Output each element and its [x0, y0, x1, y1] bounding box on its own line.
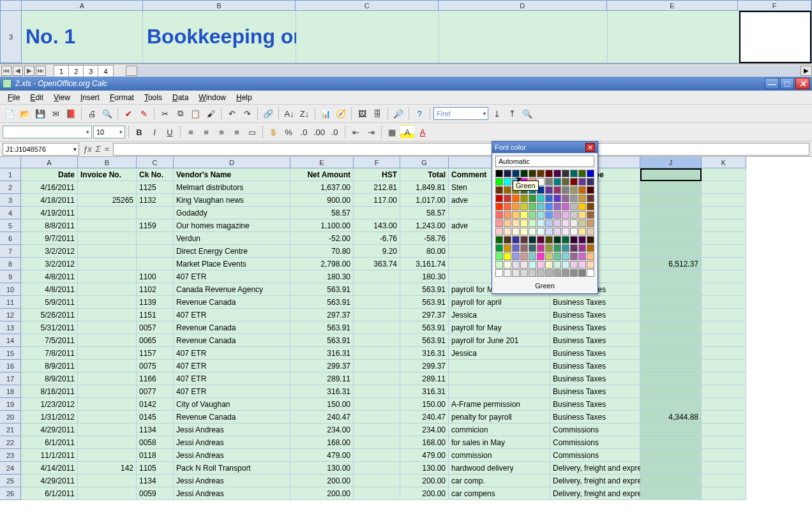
cell[interactable]: 130.00 [400, 462, 449, 475]
cell[interactable]: 407 ETR [174, 270, 290, 283]
cell[interactable]: Invoice No. [78, 168, 137, 181]
color-swatch[interactable] [562, 178, 569, 186]
color-swatch[interactable] [553, 170, 561, 177]
cell[interactable] [702, 309, 746, 321]
col-header[interactable]: D [174, 157, 290, 168]
col-header[interactable]: C [296, 1, 439, 11]
cell[interactable]: 316.31 [400, 347, 449, 360]
cell[interactable]: 240.47 [400, 411, 449, 424]
color-swatch[interactable] [578, 261, 586, 269]
cell[interactable] [354, 321, 400, 334]
cell[interactable]: 58.57 [400, 207, 449, 219]
row-header[interactable]: 17 [0, 372, 21, 385]
color-swatch[interactable] [570, 195, 578, 202]
cell[interactable] [640, 385, 702, 398]
color-swatch[interactable] [504, 170, 511, 177]
cell[interactable] [354, 334, 400, 347]
cell[interactable] [702, 360, 746, 372]
row-header[interactable]: 9 [0, 270, 21, 283]
cell[interactable]: 142 [78, 462, 137, 475]
cell[interactable] [354, 449, 400, 462]
cell[interactable]: 200.00 [400, 475, 449, 487]
color-swatch[interactable] [562, 186, 569, 194]
find-prev-icon[interactable]: ⤒ [505, 107, 519, 121]
cell[interactable]: Revenue Canada [174, 296, 290, 309]
color-swatch[interactable] [553, 178, 561, 186]
cell[interactable] [702, 462, 746, 475]
cell[interactable]: -6.76 [354, 232, 400, 245]
menu-file[interactable]: File [3, 92, 25, 103]
cell[interactable] [702, 181, 746, 194]
cell[interactable]: 3/2/2012 [21, 245, 78, 258]
color-swatch[interactable] [587, 203, 594, 210]
cell[interactable] [640, 462, 702, 475]
spellcheck-icon[interactable]: ✔ [121, 107, 135, 121]
decrease-indent-icon[interactable]: ⇤ [349, 125, 363, 139]
automatic-button[interactable]: Automatic [495, 156, 594, 167]
color-swatch[interactable] [545, 211, 553, 219]
row-header[interactable]: 7 [0, 245, 21, 258]
close-button[interactable]: ✕ [795, 78, 809, 89]
color-swatch[interactable] [495, 261, 503, 269]
col-header[interactable]: A [22, 1, 143, 11]
cell[interactable]: 143.00 [354, 219, 400, 232]
cell[interactable] [640, 487, 702, 500]
cell[interactable] [702, 475, 746, 487]
paste-icon[interactable]: 📋 [188, 107, 202, 121]
cell[interactable]: Revenue Canada [174, 334, 290, 347]
color-swatch[interactable] [562, 170, 569, 177]
cell[interactable]: Commissions [550, 436, 640, 449]
col-header[interactable]: D [439, 1, 607, 11]
number-icon[interactable]: .0 [297, 125, 311, 139]
color-swatch[interactable] [520, 253, 528, 260]
row-header[interactable]: 25 [0, 475, 21, 487]
color-swatch[interactable] [553, 203, 561, 210]
color-swatch[interactable] [578, 269, 586, 277]
color-swatch[interactable] [578, 236, 586, 244]
cell[interactable] [640, 372, 702, 385]
row-header[interactable]: 20 [0, 411, 21, 424]
color-swatch[interactable] [495, 236, 503, 244]
row-header[interactable]: 2 [0, 181, 21, 194]
color-swatch[interactable] [545, 244, 553, 252]
cell[interactable]: 1105 [137, 462, 174, 475]
cell[interactable] [640, 449, 702, 462]
cell[interactable]: 479.00 [290, 449, 354, 462]
color-swatch[interactable] [529, 211, 536, 219]
color-swatch[interactable] [495, 228, 503, 235]
cell[interactable] [702, 283, 746, 296]
color-swatch[interactable] [537, 261, 545, 269]
color-swatch[interactable] [578, 253, 586, 260]
cell[interactable]: 11/1/2011 [21, 449, 78, 462]
cell[interactable] [702, 245, 746, 258]
cell[interactable]: 7/8/2011 [21, 347, 78, 360]
color-swatch[interactable] [520, 211, 528, 219]
color-swatch[interactable] [553, 244, 561, 252]
color-swatch[interactable] [578, 178, 586, 186]
row-header[interactable]: 8 [0, 258, 21, 270]
cell[interactable]: 1/23/2012 [21, 398, 78, 411]
cell[interactable] [78, 232, 137, 245]
find-next-icon[interactable]: ⤓ [490, 107, 504, 121]
cell[interactable]: 563.91 [290, 321, 354, 334]
cell[interactable]: 8/9/2011 [21, 372, 78, 385]
cell[interactable] [702, 258, 746, 270]
row-header[interactable]: 16 [0, 360, 21, 372]
cell[interactable] [137, 207, 174, 219]
cell[interactable] [78, 487, 137, 500]
cell[interactable]: 1132 [137, 194, 174, 207]
color-swatch[interactable] [520, 261, 528, 269]
chart-icon[interactable]: 📊 [319, 107, 333, 121]
italic-button[interactable]: I [147, 125, 162, 139]
color-swatch[interactable] [562, 211, 569, 219]
color-swatch[interactable] [504, 261, 511, 269]
color-swatch[interactable] [495, 195, 503, 202]
cell[interactable]: 1,017.00 [400, 194, 449, 207]
select-all-corner[interactable] [1, 1, 22, 11]
copy-icon[interactable]: ⧉ [173, 107, 187, 121]
nav-prev-icon[interactable]: ◀ [13, 66, 23, 76]
row-header[interactable]: 24 [0, 462, 21, 475]
open-icon[interactable]: 📂 [18, 107, 32, 121]
menu-insert[interactable]: Insert [75, 92, 105, 103]
formula-input[interactable] [113, 143, 809, 156]
